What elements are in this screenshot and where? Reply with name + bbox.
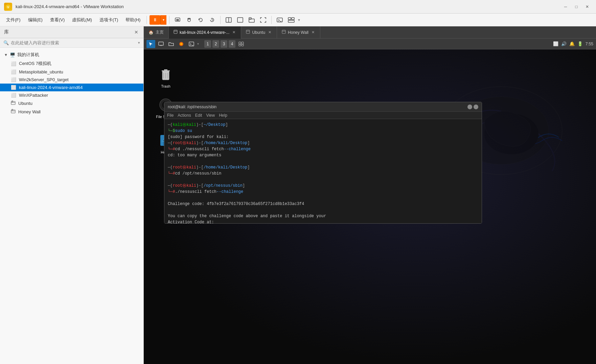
desktop-icon-trash[interactable]: Trash [154, 66, 178, 89]
terminal-line-7: ─(root㉿kali)-[/home/kali/Desktop] [168, 164, 478, 170]
pause-button[interactable]: ⏸ [150, 15, 160, 25]
menu-tabs[interactable]: 选项卡(T) [96, 16, 122, 24]
svg-point-4 [188, 19, 190, 22]
search-dropdown-icon[interactable]: ▾ [138, 41, 140, 45]
term-menu-help[interactable]: Help [219, 113, 227, 118]
svg-rect-19 [174, 30, 177, 33]
workspace-2-btn[interactable]: 2 [212, 40, 219, 48]
manage-snapshots-button[interactable] [207, 15, 217, 25]
tab-kali-close[interactable]: ✕ [231, 30, 236, 35]
menu-help[interactable]: 帮助(H) [122, 16, 144, 24]
single-view-button[interactable] [235, 15, 246, 25]
vm-tool-firefox[interactable] [177, 40, 186, 48]
menu-file[interactable]: 文件(F) [3, 16, 24, 24]
honeywall-tab-icon [282, 30, 286, 35]
window-title: kali-linux-2024.4-vmware-amd64 - VMware … [16, 4, 557, 9]
group-label-ubuntu: Ubuntu [18, 101, 32, 106]
tab-kali[interactable]: kali-linux-2024.4-vmware-... ✕ [169, 26, 241, 39]
terminal-blank-4 [168, 207, 478, 213]
maximize-button[interactable]: □ [572, 3, 581, 10]
vm-item-kali[interactable]: ⬜ kali-linux-2024.4-vmware-amd64 [0, 84, 143, 91]
vm-item-centos[interactable]: ⬜ CentOS 7模拟机 [0, 59, 143, 68]
vm-icon-metasploitable: ⬜ [11, 69, 16, 74]
terminal-button[interactable] [274, 15, 285, 25]
menu-vm[interactable]: 虚拟机(M) [69, 16, 95, 24]
pause-group: ⏸ ▾ [150, 15, 166, 25]
vm-tool-terminal-small[interactable] [187, 40, 196, 48]
vm-item-win2k[interactable]: ⬜ Win2kServer_SP0_target [0, 76, 143, 84]
group-item-honeywall[interactable]: Honey Wall [0, 108, 143, 116]
vm-tool-arrow[interactable] [146, 40, 155, 48]
workspace-3-btn[interactable]: 3 [221, 40, 227, 48]
full-screen-button[interactable] [258, 15, 269, 25]
svg-rect-13 [292, 18, 294, 20]
terminal-content[interactable]: ─(kali㉿kali)-[~/Desktop] └─$ sudo su [su… [164, 119, 482, 223]
library-panel: 库 ✕ 🔍 ▾ ▼ 🖥️ 我的计算机 ⬜ CentOS 7模拟机 ⬜ Metas… [0, 26, 144, 364]
term-menu-file[interactable]: File [167, 113, 174, 118]
split-view-button[interactable] [223, 15, 234, 25]
term-minimize-btn[interactable] [467, 105, 472, 109]
pause-dropdown[interactable]: ▾ [160, 15, 166, 25]
group-item-ubuntu[interactable]: Ubuntu [0, 99, 143, 108]
group-icon-honeywall [11, 109, 16, 115]
term-menu-view[interactable]: View [206, 113, 215, 118]
menu-view[interactable]: 查看(V) [47, 16, 68, 24]
svg-rect-32 [239, 42, 241, 44]
vm-label-kali: kali-linux-2024.4-vmware-amd64 [19, 85, 83, 90]
vm-panel: 🏠 主页 kali-linux-2024.4-vmware-... ✕ Ubun… [144, 26, 596, 364]
workspace-1-btn[interactable]: 1 [204, 40, 211, 48]
vm-tool-folder[interactable] [167, 40, 176, 48]
vm-notification-icon[interactable]: 🔔 [569, 41, 575, 46]
svg-rect-10 [277, 18, 282, 22]
svg-rect-14 [288, 20, 294, 22]
term-menu-edit[interactable]: Edit [195, 113, 202, 118]
svg-rect-21 [246, 30, 250, 33]
toolbar-separator-3 [220, 16, 221, 24]
desktop-area[interactable]: Trash File System [144, 49, 596, 364]
vm-battery-icon[interactable]: 🔋 [577, 41, 583, 46]
revert-snapshot-button[interactable] [195, 15, 206, 25]
vm-content: ▾ 1 2 3 4 ⬜ 🔊 🔔 🔋 7:55 [144, 39, 596, 364]
tab-honeywall[interactable]: Honey Wall ✕ [277, 26, 320, 39]
toolbar-separator-2 [169, 16, 169, 24]
tabs-view-button[interactable] [246, 15, 257, 25]
vm-audio-icon[interactable]: 🔊 [561, 41, 567, 46]
terminal-title: root@kali: /opt/nessus/sbin [168, 105, 216, 109]
tab-honeywall-close[interactable]: ✕ [311, 30, 315, 35]
svg-rect-35 [242, 44, 244, 46]
vm-item-winxp[interactable]: ⬜ WinXPattacker [0, 91, 143, 99]
terminal-menu-bar: File Actions Edit View Help [164, 112, 482, 119]
terminal-line-9: ─(root㉿kali)-[/opt/nessus/sbin] [168, 183, 478, 189]
menu-edit[interactable]: 编辑(E) [25, 16, 46, 24]
unity-button[interactable] [286, 15, 297, 25]
term-menu-actions[interactable]: Actions [178, 113, 191, 118]
tab-ubuntu[interactable]: Ubuntu ✕ [241, 26, 277, 39]
toolbar-expand-icon[interactable]: ▾ [197, 42, 199, 46]
search-input[interactable] [11, 40, 136, 45]
vm-resize-icon[interactable]: ⬜ [553, 41, 558, 46]
terminal-line-3: [sudo] password for kali: [168, 134, 478, 140]
snapshot-button[interactable] [184, 15, 194, 25]
terminal-title-bar: root@kali: /opt/nessus/sbin [164, 102, 482, 112]
term-maximize-btn[interactable] [474, 105, 478, 109]
close-window-button[interactable]: ✕ [582, 3, 592, 10]
send-ctrl-alt-del-button[interactable] [172, 15, 183, 25]
unity-dropdown[interactable]: ▾ [298, 18, 300, 22]
library-close-button[interactable]: ✕ [133, 29, 139, 35]
library-search-bar: 🔍 ▾ [0, 38, 143, 48]
svg-rect-23 [282, 30, 285, 33]
workspace-special-btn[interactable] [237, 40, 246, 48]
workspace-4-btn[interactable]: 4 [229, 40, 235, 48]
vm-tool-display[interactable] [157, 40, 165, 48]
tree-root-my-computer[interactable]: ▼ 🖥️ 我的计算机 [0, 50, 143, 59]
vm-item-metasploitable[interactable]: ⬜ Metasploitable_ubuntu [0, 68, 143, 76]
vm-status-bar: ⬜ 🔊 🔔 🔋 7:55 [553, 41, 593, 46]
tab-home[interactable]: 🏠 主页 [144, 26, 169, 39]
vm-icon-winxp: ⬜ [11, 93, 16, 98]
svg-rect-34 [239, 44, 241, 46]
vm-clock: 7:55 [586, 42, 593, 46]
tab-ubuntu-close[interactable]: ✕ [267, 30, 272, 35]
minimize-button[interactable]: ─ [561, 3, 570, 10]
title-bar: V kali-linux-2024.4-vmware-amd64 - VMwar… [0, 0, 596, 14]
svg-text:V: V [7, 5, 9, 9]
